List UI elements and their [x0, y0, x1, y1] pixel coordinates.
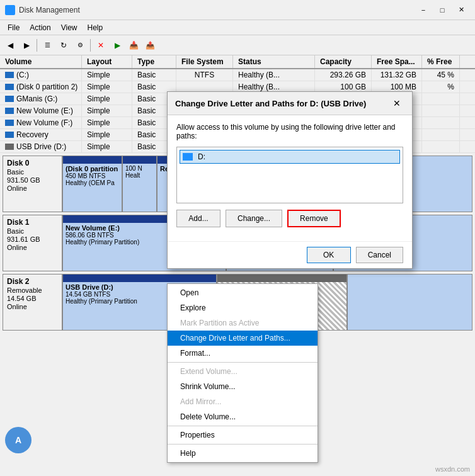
disk-name: Disk 0: [7, 159, 58, 167]
context-menu: OpenExploreMark Partition as ActiveChang…: [167, 283, 318, 463]
ok-button[interactable]: OK: [307, 247, 351, 263]
export-button[interactable]: 📥: [126, 38, 141, 53]
title-bar: Disk Management − □ ✕: [0, 0, 475, 20]
cancel-button[interactable]: Cancel: [356, 247, 403, 263]
context-menu-item: Mark Partition as Active: [168, 315, 318, 331]
dialog-title-bar: Change Drive Letter and Paths for D: (US…: [168, 92, 412, 115]
partition[interactable]: (Disk 0 partition 2)450 MB NTFSHealthy (…: [63, 156, 123, 212]
context-menu-item: Extend Volume...: [168, 364, 318, 379]
dialog-ok-cancel: OK Cancel: [168, 241, 412, 268]
disk-name: Disk 1: [7, 218, 58, 227]
settings-button[interactable]: ⚙: [72, 38, 88, 53]
col-freespace: Free Spa...: [372, 55, 422, 68]
back-button[interactable]: ◀: [3, 38, 18, 53]
menu-file[interactable]: File: [3, 22, 25, 33]
menu-separator: [168, 444, 318, 445]
toolbar: ◀ ▶ ☰ ↻ ⚙ ✕ ▶ 📥 📤: [0, 35, 475, 55]
context-menu-item[interactable]: Format...: [168, 346, 318, 361]
volume-icon: [5, 96, 14, 102]
refresh-button[interactable]: ↻: [56, 38, 71, 53]
volume-icon: [5, 144, 14, 150]
disk-name: Disk 2: [7, 277, 58, 286]
app-icon: [5, 5, 15, 15]
td-volume: GManis (G:): [0, 93, 82, 105]
remove-button[interactable]: Remove: [287, 210, 341, 227]
delete-button[interactable]: ✕: [93, 38, 108, 53]
volume-icon: [5, 132, 14, 138]
td-volume: (C:): [0, 69, 82, 81]
path-list: D:: [176, 147, 403, 203]
watermark: wsxdn.com: [435, 465, 470, 473]
drive-letter: D:: [198, 152, 205, 161]
table-header: Volume Layout Type File System Status Ca…: [0, 55, 475, 69]
disk-type: Basic: [7, 227, 58, 235]
maximize-button[interactable]: □: [433, 4, 451, 16]
col-freepct: % Free: [422, 55, 460, 68]
disk-status: Online: [7, 244, 58, 251]
volume-icon: [5, 120, 14, 126]
forward-button[interactable]: ▶: [19, 38, 34, 53]
col-type: Type: [132, 55, 176, 68]
disk-type: Basic: [7, 168, 58, 176]
context-menu-item: Add Mirror...: [168, 394, 318, 409]
partition-fill: [348, 275, 472, 330]
td-volume: USB Drive (D:): [0, 141, 82, 152]
path-item[interactable]: D:: [180, 150, 400, 164]
disk-size: 14.54 GB: [7, 295, 58, 302]
dialog-close-button[interactable]: ✕: [389, 97, 404, 110]
menu-separator: [168, 362, 318, 363]
help-button[interactable]: ▶: [110, 38, 125, 53]
context-menu-item[interactable]: Delete Volume...: [168, 409, 318, 424]
context-menu-item[interactable]: Change Drive Letter and Paths...: [168, 331, 318, 346]
window-title: Disk Management: [19, 6, 80, 14]
add-button[interactable]: Add...: [176, 210, 220, 227]
dialog-description: Allow access to this volume by using the…: [176, 123, 403, 140]
dialog-title-text: Change Drive Letter and Paths for D: (US…: [175, 99, 366, 108]
disk-info-0: Disk 0 Basic 931.50 GB Online: [3, 156, 63, 212]
context-menu-item[interactable]: Help: [168, 446, 318, 461]
td-volume: (Disk 0 partition 2): [0, 81, 82, 93]
disk-type: Removable: [7, 286, 58, 294]
change-drive-letter-dialog: Change Drive Letter and Paths for D: (US…: [167, 91, 413, 269]
disk-info-2: Disk 2 Removable 14.54 GB Online: [3, 275, 63, 330]
close-button[interactable]: ✕: [452, 4, 470, 16]
properties-button[interactable]: ☰: [40, 38, 55, 53]
td-volume: Recovery: [0, 129, 82, 140]
import-button[interactable]: 📤: [142, 38, 157, 53]
td-volume: New Volume (F:): [0, 117, 82, 128]
dialog-body: Allow access to this volume by using the…: [168, 115, 412, 235]
disk-status: Online: [7, 303, 58, 310]
change-button[interactable]: Change...: [226, 210, 282, 227]
col-volume: Volume: [0, 55, 82, 68]
minimize-button[interactable]: −: [415, 4, 432, 16]
dialog-action-buttons: Add... Change... Remove: [176, 210, 403, 227]
disk-size: 931.61 GB: [7, 235, 58, 243]
partition[interactable]: 100 NHealt: [123, 156, 157, 212]
volume-icon: [5, 84, 14, 90]
window-controls: − □ ✕: [415, 4, 470, 16]
appuals-icon: A: [5, 427, 31, 453]
volume-icon: [5, 72, 14, 78]
td-volume: New Volume (E:): [0, 105, 82, 116]
context-menu-item[interactable]: Explore: [168, 300, 318, 315]
disk-info-1: Disk 1 Basic 931.61 GB Online: [3, 215, 63, 271]
col-capacity: Capacity: [315, 55, 372, 68]
drive-icon: [183, 153, 193, 161]
volume-icon: [5, 108, 14, 114]
context-menu-item[interactable]: Properties: [168, 428, 318, 443]
appuals-logo: A: [5, 427, 31, 453]
menu-action[interactable]: Action: [25, 22, 55, 33]
menu-separator: [168, 426, 318, 426]
disk-status: Online: [7, 184, 58, 192]
context-menu-item[interactable]: Shrink Volume...: [168, 379, 318, 394]
disk-size: 931.50 GB: [7, 176, 58, 184]
col-fs: File System: [176, 55, 233, 68]
menu-view[interactable]: View: [56, 22, 83, 33]
table-row[interactable]: (C:) Simple Basic NTFS Healthy (B... 293…: [0, 69, 475, 81]
menu-help[interactable]: Help: [83, 22, 108, 33]
context-menu-item[interactable]: Open: [168, 285, 318, 300]
col-status: Status: [233, 55, 315, 68]
menu-bar: File Action View Help: [0, 20, 475, 35]
col-layout: Layout: [82, 55, 132, 68]
